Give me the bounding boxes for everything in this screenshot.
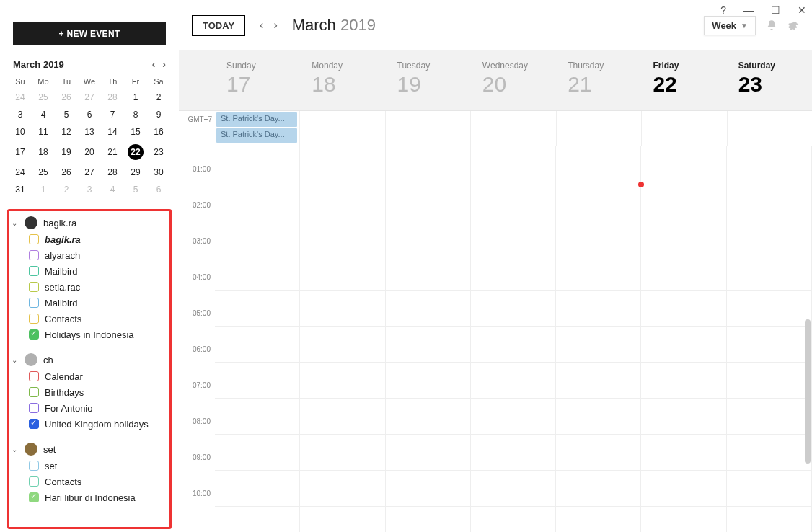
allday-event[interactable]: St. Patrick's Day... (216, 112, 297, 127)
calendar-checkbox[interactable] (29, 387, 39, 397)
mini-day-cell[interactable]: 25 (32, 89, 55, 106)
calendar-item[interactable]: Hari libur di Indonesia (7, 489, 172, 505)
mini-day-cell[interactable]: 12 (55, 123, 78, 141)
mini-day-cell[interactable]: 9 (147, 106, 170, 123)
mini-day-cell[interactable]: 4 (101, 181, 124, 198)
mini-day-cell[interactable]: 2 (55, 181, 78, 198)
calendar-item[interactable]: Calendar (7, 368, 172, 384)
mini-day-cell[interactable]: 8 (124, 106, 147, 123)
mini-day-cell[interactable]: 16 (147, 123, 170, 141)
calendar-checkbox[interactable] (29, 492, 39, 502)
mini-day-cell[interactable]: 22 (124, 141, 147, 164)
account-header[interactable]: ⌄bagik.ra (7, 214, 172, 231)
calendar-checkbox[interactable] (29, 329, 39, 340)
notifications-icon[interactable] (766, 19, 777, 31)
day-column[interactable] (727, 146, 812, 532)
calendar-item[interactable]: Mailbird (7, 295, 172, 311)
mini-day-cell[interactable]: 28 (101, 89, 124, 106)
mini-day-cell[interactable]: 20 (78, 141, 101, 164)
mini-day-cell[interactable]: 13 (78, 123, 101, 141)
next-week-icon[interactable]: › (273, 19, 277, 32)
mini-day-cell[interactable]: 19 (55, 141, 78, 164)
mini-day-cell[interactable]: 28 (101, 164, 124, 181)
calendar-checkbox[interactable] (29, 250, 39, 260)
day-column[interactable] (215, 146, 300, 532)
mini-day-cell[interactable]: 17 (9, 141, 32, 164)
mini-day-cell[interactable]: 29 (124, 164, 147, 181)
mini-prev-icon[interactable]: ‹ (152, 58, 156, 70)
calendar-item[interactable]: setia.rac (7, 279, 172, 295)
new-event-button[interactable]: + NEW EVENT (13, 22, 166, 45)
mini-day-cell[interactable]: 1 (32, 181, 55, 198)
account-header[interactable]: ⌄set (7, 440, 172, 458)
calendar-checkbox[interactable] (29, 419, 39, 429)
day-column[interactable] (300, 146, 385, 532)
calendar-item[interactable]: Birthdays (7, 384, 172, 400)
mini-day-cell[interactable]: 23 (147, 141, 170, 164)
day-header-cell[interactable]: Monday18 (300, 50, 385, 110)
day-column[interactable] (471, 146, 556, 532)
view-dropdown[interactable]: Week▼ (704, 16, 756, 35)
mini-day-cell[interactable]: 24 (9, 89, 32, 106)
mini-day-cell[interactable]: 27 (78, 89, 101, 106)
account-header[interactable]: ⌄ch (7, 351, 172, 368)
day-header-cell[interactable]: Sunday17 (215, 50, 300, 110)
mini-day-cell[interactable]: 3 (9, 106, 32, 123)
calendar-item[interactable]: For Antonio (7, 400, 172, 416)
calendar-checkbox[interactable] (29, 461, 39, 471)
calendar-item[interactable]: set (7, 458, 172, 474)
mini-next-icon[interactable]: › (162, 58, 166, 70)
mini-day-cell[interactable]: 30 (147, 164, 170, 181)
mini-calendar[interactable]: SuMoTuWeThFrSa24252627281234567891011121… (0, 70, 179, 205)
prev-week-icon[interactable]: ‹ (260, 19, 263, 32)
mini-day-cell[interactable]: 21 (101, 141, 124, 164)
day-header-cell[interactable]: Saturday23 (727, 50, 812, 110)
day-column[interactable] (641, 146, 726, 532)
mini-day-cell[interactable]: 25 (32, 164, 55, 181)
calendar-checkbox[interactable] (29, 282, 39, 292)
mini-day-cell[interactable]: 14 (101, 123, 124, 141)
mini-day-cell[interactable]: 24 (9, 164, 32, 181)
day-header-cell[interactable]: Tuesday19 (386, 50, 471, 110)
mini-day-cell[interactable]: 26 (55, 89, 78, 106)
calendar-checkbox[interactable] (29, 298, 39, 308)
mini-day-cell[interactable]: 27 (78, 164, 101, 181)
calendar-item[interactable]: Holidays in Indonesia (7, 327, 172, 342)
mini-day-cell[interactable]: 5 (55, 106, 78, 123)
day-header-cell[interactable]: Friday22 (641, 50, 726, 110)
mini-day-cell[interactable]: 18 (32, 141, 55, 164)
mini-day-cell[interactable]: 7 (101, 106, 124, 123)
calendar-item[interactable]: Contacts (7, 311, 172, 327)
calendar-checkbox[interactable] (29, 403, 39, 413)
calendar-item[interactable]: United Kingdom holidays (7, 416, 172, 432)
scrollbar[interactable] (805, 319, 811, 464)
calendar-item[interactable]: alyarach (7, 247, 172, 263)
day-header-cell[interactable]: Wednesday20 (471, 50, 556, 110)
calendar-checkbox[interactable] (29, 371, 39, 381)
calendar-checkbox[interactable] (29, 476, 39, 487)
calendar-checkbox[interactable] (29, 314, 39, 324)
allday-event[interactable]: St. Patrick's Day... (216, 128, 297, 143)
mini-day-cell[interactable]: 1 (124, 89, 147, 106)
mini-day-cell[interactable]: 10 (9, 123, 32, 141)
mini-day-cell[interactable]: 6 (78, 106, 101, 123)
mini-day-cell[interactable]: 3 (78, 181, 101, 198)
day-column[interactable] (386, 146, 471, 532)
day-column[interactable] (556, 146, 641, 532)
mini-day-cell[interactable]: 5 (124, 181, 147, 198)
today-button[interactable]: TODAY (192, 15, 245, 36)
mini-day-cell[interactable]: 11 (32, 123, 55, 141)
mini-day-cell[interactable]: 15 (124, 123, 147, 141)
mini-day-cell[interactable]: 26 (55, 164, 78, 181)
mini-day-cell[interactable]: 4 (32, 106, 55, 123)
calendar-item[interactable]: Contacts (7, 474, 172, 489)
calendar-item[interactable]: Mailbird (7, 263, 172, 279)
settings-icon[interactable] (787, 19, 799, 31)
mini-day-cell[interactable]: 6 (147, 181, 170, 198)
calendar-item[interactable]: bagik.ra (7, 231, 172, 247)
day-header-cell[interactable]: Thursday21 (556, 50, 641, 110)
calendar-checkbox[interactable] (29, 266, 39, 276)
mini-day-cell[interactable]: 31 (9, 181, 32, 198)
mini-day-cell[interactable]: 2 (147, 89, 170, 106)
calendar-checkbox[interactable] (29, 234, 39, 244)
